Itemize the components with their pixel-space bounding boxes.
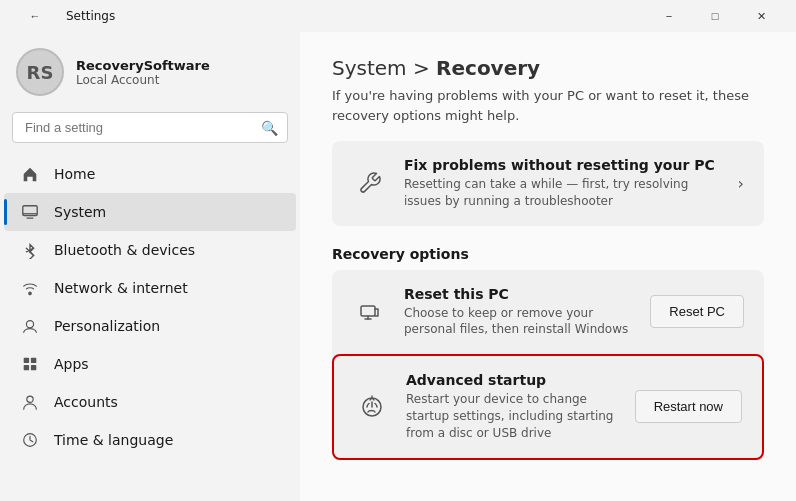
titlebar-controls: − □ ✕	[646, 0, 784, 32]
nav-list: Home System Bluetooth & devices Network …	[0, 151, 300, 463]
svg-rect-6	[24, 365, 29, 370]
recovery-section-title: Recovery options	[332, 246, 764, 262]
minimize-button[interactable]: −	[646, 0, 692, 32]
apps-icon	[20, 354, 40, 374]
fix-problems-desc: Resetting can take a while — first, try …	[404, 176, 722, 210]
fix-problems-card[interactable]: Fix problems without resetting your PC R…	[332, 141, 764, 226]
sidebar-item-apps[interactable]: Apps	[4, 345, 296, 383]
sidebar-item-personalization[interactable]: Personalization	[4, 307, 296, 345]
sidebar-item-home[interactable]: Home	[4, 155, 296, 193]
advanced-startup-icon	[354, 389, 390, 425]
nav-label-time: Time & language	[54, 432, 173, 448]
svg-rect-5	[31, 358, 36, 363]
network-icon	[20, 278, 40, 298]
bluetooth-icon	[20, 240, 40, 260]
svg-rect-10	[361, 306, 375, 316]
maximize-icon: □	[712, 10, 719, 22]
page-header: System > Recovery If you're having probl…	[332, 56, 764, 125]
reset-pc-icon	[352, 294, 388, 330]
sidebar-item-bluetooth[interactable]: Bluetooth & devices	[4, 231, 296, 269]
app-body: RS RecoverySoftware Local Account 🔍 Home	[0, 32, 796, 501]
sidebar-item-network[interactable]: Network & internet	[4, 269, 296, 307]
nav-label-bluetooth: Bluetooth & devices	[54, 242, 195, 258]
advanced-startup-item: Advanced startup Restart your device to …	[332, 354, 764, 459]
svg-point-3	[26, 321, 33, 328]
svg-rect-1	[26, 217, 33, 218]
fix-problems-title: Fix problems without resetting your PC	[404, 157, 722, 173]
fix-problems-icon	[352, 165, 388, 201]
reset-pc-desc: Choose to keep or remove your personal f…	[404, 305, 634, 339]
breadcrumb: System > Recovery	[332, 56, 764, 80]
avatar-initials: RS	[27, 62, 54, 83]
titlebar-title: Settings	[66, 9, 115, 23]
advanced-startup-text: Advanced startup Restart your device to …	[406, 372, 619, 441]
personalization-icon	[20, 316, 40, 336]
accounts-icon	[20, 392, 40, 412]
back-button[interactable]: ←	[12, 0, 58, 32]
breadcrumb-prefix: System >	[332, 56, 436, 80]
profile-section: RS RecoverySoftware Local Account	[0, 32, 300, 108]
nav-label-home: Home	[54, 166, 95, 182]
svg-rect-4	[24, 358, 29, 363]
nav-label-system: System	[54, 204, 106, 220]
sidebar: RS RecoverySoftware Local Account 🔍 Home	[0, 32, 300, 501]
page-description: If you're having problems with your PC o…	[332, 86, 764, 125]
minimize-icon: −	[666, 10, 672, 22]
profile-name: RecoverySoftware	[76, 58, 210, 73]
close-icon: ✕	[757, 10, 766, 23]
nav-label-network: Network & internet	[54, 280, 188, 296]
profile-info: RecoverySoftware Local Account	[76, 58, 210, 87]
sidebar-item-system[interactable]: System	[4, 193, 296, 231]
breadcrumb-current: Recovery	[436, 56, 540, 80]
fix-problems-item[interactable]: Fix problems without resetting your PC R…	[332, 141, 764, 226]
search-box: 🔍	[12, 112, 288, 143]
svg-point-8	[27, 396, 33, 402]
avatar: RS	[16, 48, 64, 96]
nav-label-personalization: Personalization	[54, 318, 160, 334]
restart-now-button[interactable]: Restart now	[635, 390, 742, 423]
advanced-startup-title: Advanced startup	[406, 372, 619, 388]
reset-pc-item: Reset this PC Choose to keep or remove y…	[332, 270, 764, 355]
titlebar-left: ← Settings	[12, 0, 115, 32]
recovery-options-card: Reset this PC Choose to keep or remove y…	[332, 270, 764, 460]
close-button[interactable]: ✕	[738, 0, 784, 32]
titlebar: ← Settings − □ ✕	[0, 0, 796, 32]
profile-subtitle: Local Account	[76, 73, 210, 87]
nav-label-apps: Apps	[54, 356, 89, 372]
system-icon	[20, 202, 40, 222]
home-icon	[20, 164, 40, 184]
time-icon	[20, 430, 40, 450]
fix-problems-text: Fix problems without resetting your PC R…	[404, 157, 722, 210]
maximize-button[interactable]: □	[692, 0, 738, 32]
search-input[interactable]	[12, 112, 288, 143]
nav-label-accounts: Accounts	[54, 394, 118, 410]
reset-pc-text: Reset this PC Choose to keep or remove y…	[404, 286, 634, 339]
reset-pc-title: Reset this PC	[404, 286, 634, 302]
sidebar-item-accounts[interactable]: Accounts	[4, 383, 296, 421]
reset-pc-button[interactable]: Reset PC	[650, 295, 744, 328]
fix-problems-arrow: ›	[738, 174, 744, 193]
svg-rect-7	[31, 365, 36, 370]
sidebar-item-time[interactable]: Time & language	[4, 421, 296, 459]
main-panel: System > Recovery If you're having probl…	[300, 32, 796, 501]
back-icon: ←	[30, 10, 41, 22]
advanced-startup-desc: Restart your device to change startup se…	[406, 391, 619, 441]
